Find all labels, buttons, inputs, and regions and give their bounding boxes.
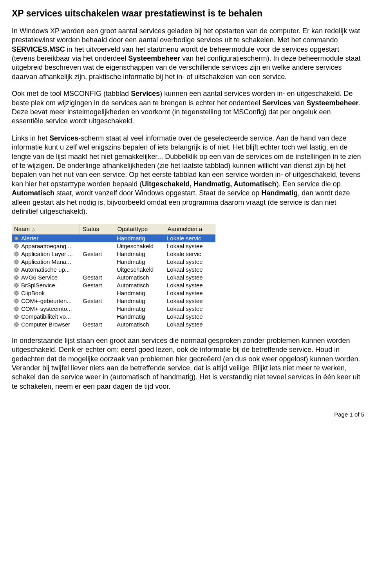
svg-line-7 xyxy=(18,240,18,240)
svg-line-26 xyxy=(14,252,15,253)
page-title: XP services uitschakelen waar prestatiew… xyxy=(12,8,364,20)
service-gear-icon xyxy=(13,306,20,312)
svg-line-119 xyxy=(14,326,15,326)
header-label: Naam xyxy=(14,225,30,233)
bold-text: Services xyxy=(49,134,78,142)
service-name: Automatische up... xyxy=(21,266,70,274)
column-header-type[interactable]: Opstarttype xyxy=(115,224,165,234)
table-row[interactable]: AVG6 ServiceGestartAutomatischLokaal sys… xyxy=(12,274,215,281)
text: Links in het xyxy=(12,134,49,142)
text: staat, wordt vanzelf door Windows opgest… xyxy=(54,189,261,197)
text: ). Een service die op xyxy=(277,180,341,188)
bold-text: Services xyxy=(262,99,291,107)
service-name: Alerter xyxy=(21,234,38,242)
table-row[interactable]: ClipBookHandmatigLokaal systee xyxy=(12,289,215,297)
table-row[interactable]: Application Layer ...GestartHandmatigLok… xyxy=(12,250,215,258)
svg-line-69 xyxy=(14,287,15,287)
svg-line-18 xyxy=(18,244,18,245)
text: van xyxy=(291,99,306,107)
column-header-name[interactable]: Naam △ xyxy=(12,224,80,234)
cell-logon: Lokale servic xyxy=(165,234,215,243)
table-row[interactable]: AlerterHandmatigLokale servic xyxy=(12,234,215,242)
cell-type: Handmatig xyxy=(115,312,165,321)
cell-name: AVG6 Service xyxy=(12,273,81,282)
svg-line-66 xyxy=(14,283,15,284)
cell-name: Automatische up... xyxy=(12,265,81,274)
svg-point-41 xyxy=(16,269,17,271)
table-row[interactable]: Compatibiliteit vo...HandmatigLokaal sys… xyxy=(12,313,215,321)
cell-name: BrSplService xyxy=(12,281,81,290)
service-name: AVG6 Service xyxy=(21,274,58,281)
cell-status: Gestart xyxy=(81,320,115,329)
table-row[interactable]: Application Mana...HandmatigLokaal syste… xyxy=(12,258,215,266)
paragraph-2: Ook met de tool MSCONFIG (tabblad Servic… xyxy=(12,89,364,126)
svg-line-107 xyxy=(18,318,18,318)
svg-line-39 xyxy=(14,263,15,263)
svg-point-111 xyxy=(16,324,17,325)
service-name: COM+-systeemto... xyxy=(21,305,72,313)
table-body: AlerterHandmatigLokale servicApparaattoe… xyxy=(12,234,215,328)
cell-type: Automatisch xyxy=(115,273,165,282)
column-header-logon[interactable]: Aanmelden a xyxy=(165,224,215,234)
service-name: Compatibiliteit vo... xyxy=(21,313,71,321)
svg-line-36 xyxy=(14,260,15,260)
cell-status xyxy=(81,269,115,270)
bold-text: Systeembeheer xyxy=(128,54,180,62)
svg-point-101 xyxy=(16,316,17,317)
svg-line-97 xyxy=(18,310,18,310)
svg-line-17 xyxy=(18,247,18,248)
svg-line-19 xyxy=(14,247,15,248)
cell-type: Handmatig xyxy=(115,234,165,243)
cell-logon: Lokale servic xyxy=(165,250,215,258)
cell-name: Application Layer ... xyxy=(12,250,81,258)
service-gear-icon xyxy=(13,243,20,249)
cell-logon: Lokaal systee xyxy=(165,289,215,298)
services-table: Naam △ Status Opstarttype Aanmelden a Al… xyxy=(12,224,215,328)
svg-line-27 xyxy=(18,255,18,256)
service-name: BrSplService xyxy=(21,281,55,289)
cell-logon: Lokaal systee xyxy=(165,242,215,251)
svg-line-99 xyxy=(14,310,15,310)
svg-line-8 xyxy=(18,236,18,237)
cell-logon: Lokaal systee xyxy=(165,297,215,305)
paragraph-3: Links in het Services-scherm staat al ve… xyxy=(12,134,364,216)
cell-name: Computer Browser xyxy=(12,320,81,329)
svg-line-89 xyxy=(14,302,15,303)
svg-point-61 xyxy=(16,285,17,286)
svg-line-59 xyxy=(14,279,15,279)
cell-status xyxy=(81,308,115,309)
svg-line-9 xyxy=(14,240,15,240)
table-row[interactable]: COM+-systeemto...HandmatigLokaal systee xyxy=(12,305,215,313)
svg-line-6 xyxy=(14,236,15,237)
svg-point-1 xyxy=(16,238,17,239)
table-row[interactable]: COM+-gebeurten...GestartHandmatigLokaal … xyxy=(12,297,215,305)
svg-line-67 xyxy=(18,287,18,287)
table-row[interactable]: Apparaattoegang...UitgeschakeldLokaal sy… xyxy=(12,242,215,250)
svg-line-38 xyxy=(18,260,18,260)
cell-logon: Lokaal systee xyxy=(165,312,215,321)
svg-point-91 xyxy=(16,308,17,310)
svg-line-77 xyxy=(18,294,18,295)
svg-line-48 xyxy=(18,268,18,268)
service-gear-icon xyxy=(13,251,20,257)
svg-line-68 xyxy=(18,283,18,284)
table-row[interactable]: Computer BrowserGestartAutomatischLokaal… xyxy=(12,321,215,328)
column-header-status[interactable]: Status xyxy=(80,224,115,234)
cell-name: COM+-systeemto... xyxy=(12,305,81,313)
sort-ascending-icon: △ xyxy=(32,227,35,232)
svg-line-57 xyxy=(18,279,18,279)
cell-type: Handmatig xyxy=(115,297,165,305)
table-row[interactable]: BrSplServiceGestartAutomatischLokaal sys… xyxy=(12,281,215,289)
paragraph-4: In onderstaande lijst staan een groot aa… xyxy=(12,336,364,391)
bold-text: Uitgeschakeld, Handmatig, Automatisch xyxy=(142,180,276,188)
paragraph-1: In Windows XP worden een groot aantal se… xyxy=(12,27,364,81)
svg-point-71 xyxy=(16,292,17,294)
svg-line-117 xyxy=(18,326,18,326)
service-gear-icon xyxy=(13,298,20,304)
svg-line-46 xyxy=(14,268,15,268)
cell-status: Gestart xyxy=(81,281,115,290)
table-row[interactable]: Automatische up...UitgeschakeldLokaal sy… xyxy=(12,266,215,274)
cell-type: Handmatig xyxy=(115,305,165,313)
service-gear-icon xyxy=(13,235,20,242)
cell-status xyxy=(81,293,115,294)
